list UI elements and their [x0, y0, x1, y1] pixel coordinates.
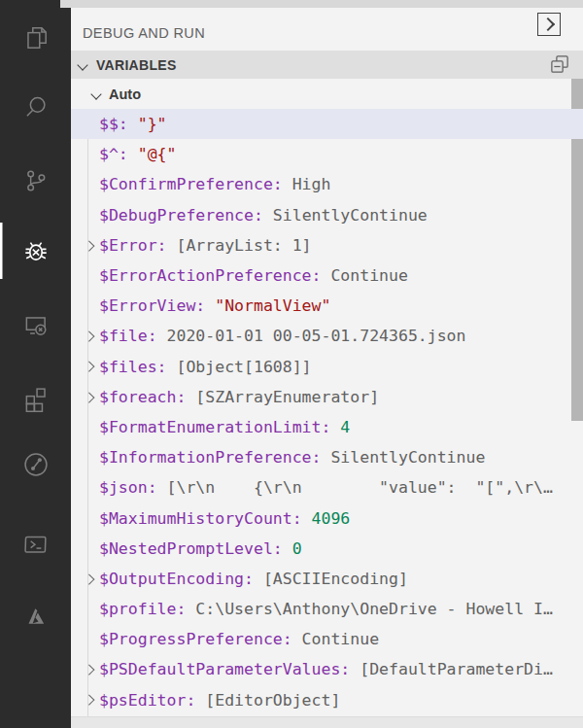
- variable-row[interactable]: $ErrorView: "NormalView": [71, 291, 583, 321]
- variable-row[interactable]: $files: [Object[1608]]: [71, 352, 583, 382]
- scope-title: Auto: [109, 87, 141, 102]
- activity-item-explorer[interactable]: [0, 10, 71, 66]
- activity-item-powershell[interactable]: [0, 516, 71, 572]
- variable-row[interactable]: $psEditor: [EditorObject]: [71, 685, 583, 715]
- variable-name: $json:: [99, 478, 157, 497]
- variable-name: $profile:: [99, 600, 186, 618]
- variable-value: 4: [330, 418, 350, 436]
- variable-row[interactable]: $FormatEnumerationLimit: 4: [71, 412, 583, 442]
- variable-name: $MaximumHistoryCount:: [99, 509, 302, 528]
- variable-row[interactable]: $MaximumHistoryCount: 4096: [71, 503, 583, 533]
- chevron-right-icon[interactable]: [80, 242, 99, 250]
- scope-row-auto[interactable]: Auto: [71, 79, 583, 109]
- variable-row[interactable]: $^: "@{": [71, 139, 583, 169]
- variable-name: $FormatEnumerationLimit:: [99, 418, 330, 436]
- variable-row[interactable]: $file: 2020-01-01 00-05-01.724365.json: [71, 321, 583, 351]
- variable-row[interactable]: $foreach: [SZArrayEnumerator]: [71, 382, 583, 412]
- variable-value: "NormalView": [205, 296, 330, 315]
- source-control-icon: [21, 166, 51, 195]
- variable-row[interactable]: $PSDefaultParameterValues: [DefaultParam…: [71, 654, 583, 684]
- variable-row[interactable]: $ErrorActionPreference: Continue: [71, 260, 583, 291]
- variable-value: 4096: [302, 509, 351, 528]
- powershell-icon: [21, 530, 51, 559]
- chevron-right-icon[interactable]: [80, 363, 99, 370]
- variable-value: "}": [128, 115, 167, 133]
- variable-row[interactable]: $profile: C:\Users\Anthony\OneDrive - Ho…: [71, 594, 583, 624]
- debug-icon: [21, 236, 51, 265]
- variable-value: High: [283, 175, 331, 193]
- circle-branch-icon: [21, 450, 51, 479]
- variable-value: [ArrayList: 1]: [167, 236, 312, 255]
- variable-name: $files:: [99, 358, 167, 376]
- extensions-icon: [21, 384, 51, 413]
- variable-row[interactable]: $NestedPromptLevel: 0: [71, 534, 583, 564]
- variable-value: "@{": [128, 145, 177, 163]
- activity-item-search[interactable]: [0, 79, 71, 135]
- section-title: VARIABLES: [96, 57, 177, 73]
- variable-name: $ErrorView:: [99, 296, 205, 315]
- variable-value: SilentlyContinue: [321, 448, 485, 467]
- variable-value: SilentlyContinue: [263, 206, 428, 225]
- variable-row[interactable]: $InformationPreference: SilentlyContinue: [71, 442, 583, 472]
- chevron-down-icon: [77, 59, 87, 70]
- variable-name: $ErrorActionPreference:: [99, 266, 321, 285]
- variable-row[interactable]: $$: "}": [71, 109, 583, 139]
- variable-value: 0: [283, 539, 302, 558]
- variable-value: 2020-01-01 00-05-01.724365.json: [157, 327, 466, 345]
- chevron-right-icon[interactable]: [80, 394, 99, 401]
- variable-name: $^:: [99, 145, 128, 163]
- variable-row[interactable]: $DebugPreference: SilentlyContinue: [71, 200, 583, 230]
- variable-name: $NestedPromptLevel:: [99, 539, 283, 558]
- remote-explorer-icon: [21, 311, 51, 340]
- files-icon: [21, 23, 51, 52]
- activity-item-remote-explorer[interactable]: [0, 297, 71, 354]
- chevron-right-icon[interactable]: [80, 666, 99, 674]
- variable-row[interactable]: $ConfirmPreference: High: [71, 169, 583, 199]
- search-icon: [21, 92, 51, 121]
- variable-name: $ConfirmPreference:: [99, 175, 283, 193]
- collapse-all-icon[interactable]: [550, 54, 569, 74]
- variable-value: [Object[1608]]: [167, 358, 312, 376]
- chevron-down-icon: [90, 88, 101, 99]
- variable-name: $PSDefaultParameterValues:: [99, 660, 350, 678]
- variable-value: Continue: [292, 630, 379, 648]
- variable-value: [\r\n {\r\n "value": "[",\r\…: [157, 478, 553, 497]
- activity-item-source-control[interactable]: [0, 153, 71, 209]
- variable-name: $Error:: [99, 236, 167, 255]
- chevron-right-icon[interactable]: [80, 575, 99, 583]
- debug-console-button[interactable]: [537, 13, 561, 36]
- activity-bar: [0, 0, 71, 728]
- variable-row[interactable]: $Error: [ArrayList: 1]: [71, 230, 583, 260]
- variable-row[interactable]: $json: [\r\n {\r\n "value": "[",\r\…: [71, 472, 583, 503]
- variable-name: $file:: [99, 327, 157, 345]
- variable-row[interactable]: $ProgressPreference: Continue: [71, 624, 583, 654]
- variable-value: [EditorObject]: [195, 691, 340, 710]
- activity-item-extensions[interactable]: [0, 370, 71, 427]
- variable-value: [ASCIIEncoding]: [254, 570, 408, 588]
- variable-name: $DebugPreference:: [99, 206, 263, 225]
- vscode-debug-sidebar: DEBUG AND RUN VARIABLES Auto $$: "}"$^: …: [0, 0, 583, 728]
- variable-name: $foreach:: [99, 388, 186, 406]
- variable-row[interactable]: $OutputEncoding: [ASCIIEncoding]: [71, 564, 583, 594]
- variable-name: $$:: [99, 115, 128, 133]
- azure-icon: [21, 603, 51, 632]
- horizontal-scrollbar-track[interactable]: [71, 716, 583, 728]
- variable-name: $InformationPreference:: [99, 448, 321, 467]
- activity-item-git-graph[interactable]: [0, 436, 71, 493]
- variable-value: C:\Users\Anthony\OneDrive - Howell I…: [186, 600, 553, 618]
- pane-title: DEBUG AND RUN: [83, 25, 205, 41]
- chevron-right-icon[interactable]: [80, 332, 99, 340]
- variable-value: Continue: [321, 266, 407, 285]
- section-header-variables[interactable]: VARIABLES: [71, 51, 583, 79]
- debug-sidebar: DEBUG AND RUN VARIABLES Auto $$: "}"$^: …: [71, 0, 583, 728]
- variable-name: $psEditor:: [99, 691, 195, 710]
- variable-name: $OutputEncoding:: [99, 570, 254, 588]
- variables-list: $$: "}"$^: "@{"$ConfirmPreference: High$…: [71, 109, 583, 715]
- variable-value: [SZArrayEnumerator]: [186, 388, 379, 406]
- variable-value: [DefaultParameterDi…: [350, 660, 553, 678]
- variable-name: $ProgressPreference:: [99, 630, 292, 648]
- activity-item-azure[interactable]: [0, 589, 71, 645]
- chevron-right-icon[interactable]: [80, 696, 99, 704]
- chevron-right-boxed-icon: [540, 17, 554, 31]
- activity-item-run-and-debug[interactable]: [0, 223, 71, 279]
